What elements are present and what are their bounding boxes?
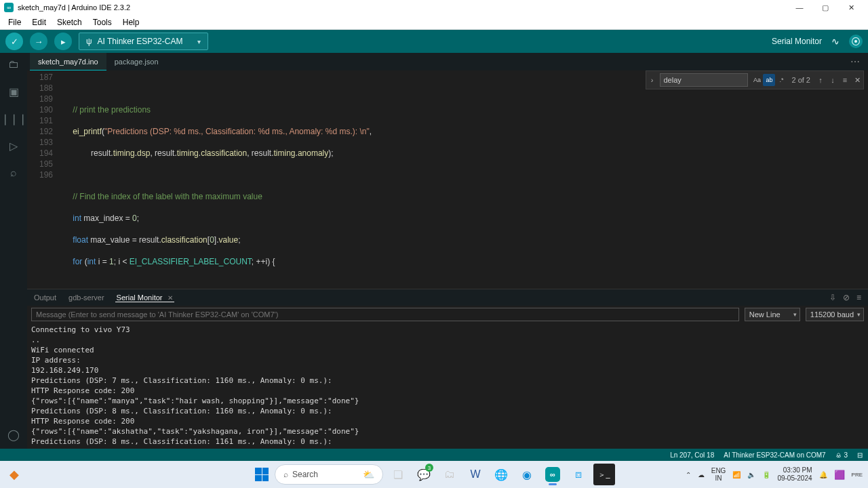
code-content[interactable]: // print the predictions ei_printf("Pred… xyxy=(57,70,868,289)
menu-edit[interactable]: Edit xyxy=(26,18,52,27)
start-button[interactable] xyxy=(253,466,271,483)
taskview-icon[interactable]: ❏ xyxy=(387,464,409,485)
window-titlebar: ∞ sketch_may7d | Arduino IDE 2.3.2 — ▢ ✕ xyxy=(0,0,868,15)
menu-help[interactable]: Help xyxy=(117,18,145,27)
panel-tab-serial[interactable]: Serial Monitor ✕ xyxy=(115,293,174,302)
find-selection-icon[interactable]: ≡ xyxy=(839,76,851,84)
sketchbook-icon[interactable]: 🗀 xyxy=(6,57,21,72)
account-icon[interactable]: ⦿ xyxy=(849,35,863,48)
window-title: sketch_may7d | Arduino IDE 2.3.2 xyxy=(18,3,130,12)
editor-tabs: sketch_may7d.ino package.json ⋯ xyxy=(27,53,868,70)
serial-message-input[interactable] xyxy=(31,308,739,321)
wifi-icon[interactable]: 📶 xyxy=(732,471,741,479)
find-input[interactable] xyxy=(660,73,748,87)
window-maximize-button[interactable]: ▢ xyxy=(812,0,838,15)
panel-scroll-icon[interactable]: ⇩ xyxy=(829,293,836,302)
volume-icon[interactable]: 🔈 xyxy=(747,471,755,479)
board-name: AI Thinker ESP32-CAM xyxy=(98,37,183,46)
debug-button[interactable]: ▸ xyxy=(54,33,72,50)
edge-icon[interactable]: ◉ xyxy=(516,464,538,485)
tab-sketch[interactable]: sketch_may7d.ino xyxy=(30,53,106,70)
verify-button[interactable]: ✓ xyxy=(5,33,23,50)
panel-tab-gdb[interactable]: gdb-server xyxy=(67,293,106,302)
status-close-icon[interactable]: ⊟ xyxy=(857,451,863,459)
find-word-icon[interactable]: ab xyxy=(763,74,775,86)
window-minimize-button[interactable]: — xyxy=(787,0,812,15)
vscode-icon[interactable]: ⧈ xyxy=(568,464,589,485)
activity-bar: 🗀 ▣ ❘❘❘ ▷ ⌕ ◯ xyxy=(0,53,27,449)
tabs-more-button[interactable]: ⋯ xyxy=(850,56,861,67)
serial-plotter-icon[interactable]: ∿ xyxy=(831,36,840,47)
find-widget: › Aa ab .* 2 of 2 ↑ ↓ ≡ ✕ xyxy=(646,70,864,89)
find-prev-icon[interactable]: ↑ xyxy=(814,76,827,84)
cursor-position[interactable]: Ln 207, Col 18 xyxy=(670,451,714,459)
windows-taskbar: ◆ ⌕Search⛅ ❏ 💬3 🗂 W 🌐 ◉ ∞ ⧈ ＞_ ⌃ ☁ ENGIN… xyxy=(0,461,868,488)
bottom-panel: Output gdb-server Serial Monitor ✕ ⇩ ⊘ ≡… xyxy=(27,289,868,449)
arduino-logo-icon: ∞ xyxy=(4,3,14,12)
status-bar: Ln 207, Col 18 AI Thinker ESP32-CAM on C… xyxy=(0,449,868,461)
board-selector[interactable]: ψ AI Thinker ESP32-CAM ▾ xyxy=(79,33,208,50)
menubar: File Edit Sketch Tools Help xyxy=(0,15,868,30)
baud-rate-select[interactable]: 115200 baud xyxy=(806,308,864,321)
pre-indicator[interactable]: PRE xyxy=(852,472,863,478)
panel-clear-icon[interactable]: ⊘ xyxy=(843,293,850,302)
language-indicator[interactable]: ENGIN xyxy=(711,467,726,482)
upload-button[interactable]: → xyxy=(30,33,47,50)
find-count: 2 of 2 xyxy=(791,76,810,84)
usb-icon: ψ xyxy=(86,37,92,46)
status-board[interactable]: AI Thinker ESP32-CAM on COM7 xyxy=(724,451,825,459)
chrome-icon[interactable]: 🌐 xyxy=(490,464,512,485)
taskbar-search[interactable]: ⌕Search⛅ xyxy=(275,464,383,485)
terminal-icon[interactable]: ＞_ xyxy=(593,464,615,485)
arduino-taskbar-icon[interactable]: ∞ xyxy=(542,464,564,485)
find-regex-icon[interactable]: .* xyxy=(775,74,787,86)
line-gutter: 187 188 189 190 191 192 193 194 195 196 xyxy=(27,70,57,289)
profile-icon[interactable]: ◯ xyxy=(6,427,21,442)
menu-file[interactable]: File xyxy=(3,18,26,27)
onedrive-icon[interactable]: ☁ xyxy=(698,471,705,479)
serial-output[interactable]: Connecting to vivo Y73 .. WiFi connected… xyxy=(27,323,868,449)
search-icon[interactable]: ⌕ xyxy=(6,165,21,180)
tab-package-json[interactable]: package.json xyxy=(106,53,167,70)
search-icon: ⌕ xyxy=(283,470,288,479)
find-close-icon[interactable]: ✕ xyxy=(851,76,863,85)
menu-tools[interactable]: Tools xyxy=(87,18,117,27)
widgets-icon[interactable]: ◆ xyxy=(5,466,23,483)
line-ending-select[interactable]: New Line xyxy=(745,308,800,321)
find-next-icon[interactable]: ↓ xyxy=(827,76,839,84)
word-icon[interactable]: W xyxy=(465,464,486,485)
boards-manager-icon[interactable]: ▣ xyxy=(6,84,21,99)
copilot-icon[interactable]: 🟪 xyxy=(834,470,845,480)
panel-menu-icon[interactable]: ≡ xyxy=(856,293,861,302)
window-close-button[interactable]: ✕ xyxy=(838,0,864,15)
find-case-icon[interactable]: Aa xyxy=(751,74,763,86)
debug-icon[interactable]: ▷ xyxy=(6,138,21,153)
panel-tab-output[interactable]: Output xyxy=(33,293,58,302)
find-expand-icon[interactable]: › xyxy=(646,76,657,84)
explorer-icon[interactable]: 🗂 xyxy=(439,464,460,485)
notifications-icon[interactable]: 🔔 xyxy=(819,471,827,479)
chevron-down-icon: ▾ xyxy=(197,38,201,45)
status-notifications[interactable]: 🕭 3 xyxy=(835,451,848,459)
battery-icon[interactable]: 🔋 xyxy=(762,471,770,479)
menu-sketch[interactable]: Sketch xyxy=(52,18,87,27)
whatsapp-icon[interactable]: 💬3 xyxy=(413,464,435,485)
tray-expand-icon[interactable]: ⌃ xyxy=(686,471,691,479)
close-icon[interactable]: ✕ xyxy=(167,294,173,302)
serial-monitor-toolbar-label[interactable]: Serial Monitor xyxy=(772,37,822,46)
library-manager-icon[interactable]: ❘❘❘ xyxy=(6,111,21,126)
toolbar: ✓ → ▸ ψ AI Thinker ESP32-CAM ▾ Serial Mo… xyxy=(0,30,868,53)
code-editor[interactable]: 187 188 189 190 191 192 193 194 195 196 … xyxy=(27,70,868,289)
taskbar-clock[interactable]: 03:30 PM09-05-2024 xyxy=(777,466,812,483)
weather-icon: ⛅ xyxy=(363,469,374,480)
